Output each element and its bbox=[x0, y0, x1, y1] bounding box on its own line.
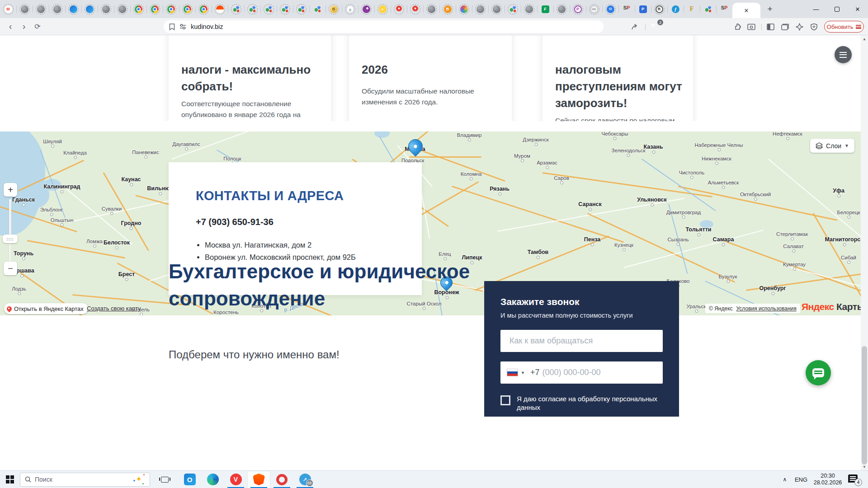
site-settings-icon[interactable] bbox=[179, 23, 186, 30]
taskbar-app-edge[interactable] bbox=[201, 471, 224, 488]
vpn-icon[interactable] bbox=[809, 22, 818, 31]
pinned-tab-coin[interactable]: B bbox=[326, 0, 342, 18]
start-button[interactable] bbox=[0, 471, 20, 488]
bookmark-icon[interactable] bbox=[169, 23, 175, 30]
pinned-tab-globe[interactable] bbox=[472, 0, 488, 18]
pinned-tab-cluster[interactable] bbox=[293, 0, 309, 18]
phone-input[interactable]: ▼ +7 (000) 000-00-00 bbox=[500, 361, 663, 384]
pinned-tab-globe[interactable] bbox=[423, 0, 439, 18]
tray-chevron-icon[interactable]: ∧ bbox=[778, 476, 791, 483]
pinned-tab-chrome[interactable] bbox=[179, 0, 195, 18]
map-layers-button[interactable]: Слои ▼ bbox=[810, 139, 854, 153]
terms-of-use-link[interactable]: Условия использования bbox=[736, 305, 797, 312]
pinned-tab-globe[interactable] bbox=[488, 0, 505, 18]
pinned-tab-sp[interactable]: SP bbox=[716, 0, 732, 18]
pinned-tab-rr[interactable]: R bbox=[651, 0, 667, 18]
pinned-tab-bitcoin[interactable]: B bbox=[439, 0, 456, 18]
map-zoom-slider[interactable] bbox=[9, 199, 11, 265]
window-minimize-button[interactable]: — bbox=[806, 0, 826, 18]
pinned-tab-pinY[interactable]: ➤ bbox=[374, 0, 391, 18]
pinned-tab-drop[interactable] bbox=[342, 0, 358, 18]
taskbar-clock[interactable]: 20:30 28.02.2026 bbox=[811, 473, 844, 486]
pinned-tab-globe[interactable] bbox=[521, 0, 537, 18]
pinned-tab-gmail[interactable]: M bbox=[0, 0, 16, 18]
pinned-tab-fgold[interactable]: F bbox=[684, 0, 700, 18]
russia-flag-icon[interactable] bbox=[507, 369, 518, 376]
pinned-tab-bing[interactable] bbox=[65, 0, 81, 18]
map-zoom-in-button[interactable]: + bbox=[4, 183, 17, 197]
copilot-sparkle-icon[interactable]: ✦✦ bbox=[133, 474, 145, 485]
chat-widget-button[interactable] bbox=[806, 360, 831, 385]
open-in-yandex-maps-link[interactable]: Открыть в Яндекс Картах bbox=[4, 303, 88, 314]
yandex-maps-logo[interactable]: Яндекс Карты bbox=[802, 301, 865, 312]
pinned-tab-cluster[interactable] bbox=[228, 0, 244, 18]
pinned-tab-chrome[interactable] bbox=[195, 0, 212, 18]
pinned-tab-globe[interactable] bbox=[33, 0, 49, 18]
taskbar-app-outlook[interactable]: O bbox=[178, 471, 201, 488]
forward-button[interactable]: › bbox=[17, 21, 31, 32]
pinned-tab-fblue[interactable]: f bbox=[667, 0, 684, 18]
pinned-tab-globe[interactable] bbox=[114, 0, 130, 18]
taskbar-app-opera[interactable] bbox=[270, 471, 293, 488]
pinned-tab-purple[interactable] bbox=[358, 0, 374, 18]
language-indicator[interactable]: ENG bbox=[791, 476, 811, 483]
search-input[interactable] bbox=[35, 476, 121, 483]
create-your-map-link[interactable]: Создать свою карту bbox=[87, 305, 141, 312]
tab-close-icon[interactable]: ✕ bbox=[744, 7, 749, 14]
reload-button[interactable]: ⟳ bbox=[31, 22, 44, 31]
site-menu-button[interactable] bbox=[835, 46, 852, 63]
task-view-button[interactable] bbox=[156, 471, 174, 488]
scrollbar-thumb[interactable] bbox=[862, 346, 867, 465]
pinned-tab-sp[interactable]: SP bbox=[618, 0, 635, 18]
new-tab-button[interactable]: + bbox=[763, 2, 777, 16]
pinned-tab-chrome[interactable] bbox=[163, 0, 179, 18]
pinned-tab-ppurple[interactable]: P bbox=[570, 0, 586, 18]
browser-update-button[interactable]: Обновить bbox=[824, 21, 864, 33]
pinned-tab-bing[interactable] bbox=[81, 0, 98, 18]
reading-list-icon[interactable] bbox=[780, 22, 789, 31]
news-card[interactable]: налоговым преступлениям могут заморозить… bbox=[542, 35, 693, 121]
pinned-tab-chrome[interactable] bbox=[130, 0, 146, 18]
map-zoom-out-button[interactable]: − bbox=[4, 262, 17, 275]
pinned-tab-globe[interactable] bbox=[16, 0, 33, 18]
pinned-tab-pinR[interactable] bbox=[391, 0, 407, 18]
window-maximize-button[interactable] bbox=[826, 0, 847, 18]
brave-shield-button[interactable]: 2 bbox=[650, 22, 661, 33]
page-scrollbar[interactable]: ▲ ▼ bbox=[861, 35, 868, 470]
taskbar-search[interactable]: ✦✦ bbox=[20, 473, 150, 487]
pinned-tab-shield[interactable] bbox=[212, 0, 228, 18]
pinned-tab-cluster[interactable] bbox=[505, 0, 521, 18]
pinned-tab-fgreen[interactable]: F bbox=[537, 0, 553, 18]
leo-ai-icon[interactable] bbox=[795, 22, 804, 31]
notification-center-button[interactable]: 4 bbox=[844, 471, 868, 488]
pinned-tab-chrome[interactable] bbox=[146, 0, 163, 18]
wallet-icon[interactable] bbox=[747, 22, 756, 31]
pinned-tab-globe[interactable] bbox=[49, 0, 65, 18]
news-card[interactable]: налоги - максимально собрать! Соответств… bbox=[169, 35, 331, 121]
taskbar-app-vivaldi[interactable]: V bbox=[224, 471, 247, 488]
pinned-tab-cluster[interactable] bbox=[260, 0, 277, 18]
taskbar-app-brave[interactable] bbox=[247, 471, 270, 488]
pinned-tab-cluster[interactable] bbox=[309, 0, 326, 18]
pinned-tab-lbb[interactable]: lbb bbox=[586, 0, 602, 18]
active-tab[interactable]: ✕ bbox=[732, 3, 760, 18]
pinned-tab-cluster[interactable] bbox=[244, 0, 260, 18]
pinned-tab-wheel[interactable] bbox=[456, 0, 472, 18]
address-bar[interactable]: kudinov.biz bbox=[164, 20, 604, 33]
pinned-tab-cluster[interactable] bbox=[700, 0, 716, 18]
url-text[interactable]: kudinov.biz bbox=[191, 23, 223, 30]
pinned-tab-globe[interactable] bbox=[98, 0, 114, 18]
name-input[interactable] bbox=[500, 330, 663, 352]
share-icon[interactable] bbox=[631, 23, 639, 30]
scroll-up-arrow[interactable]: ▲ bbox=[861, 35, 868, 42]
pinned-tab-pinR[interactable] bbox=[407, 0, 423, 18]
flag-dropdown-caret[interactable]: ▼ bbox=[521, 371, 525, 375]
extensions-icon[interactable] bbox=[733, 22, 742, 31]
pinned-tab-globe[interactable] bbox=[553, 0, 570, 18]
taskbar-app-app69[interactable]: ➚69 bbox=[293, 471, 316, 488]
back-button[interactable]: ‹ bbox=[4, 21, 17, 32]
map-zoom-handle[interactable]: :::: bbox=[3, 235, 18, 243]
pinned-tab-oblue[interactable]: O bbox=[602, 0, 618, 18]
consent-checkbox[interactable] bbox=[500, 395, 510, 405]
map-pin-icon[interactable] bbox=[405, 136, 425, 156]
